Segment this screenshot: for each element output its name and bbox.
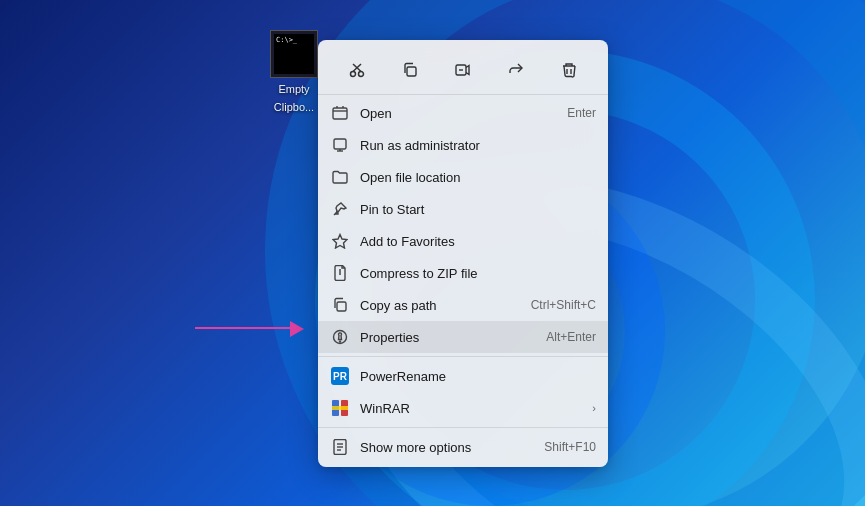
- copy-icon: [402, 62, 418, 78]
- annotation-arrow: [195, 315, 315, 345]
- svg-point-0: [350, 72, 355, 77]
- menu-item-pin-to-start[interactable]: Pin to Start: [318, 193, 608, 225]
- svg-text:PR: PR: [333, 371, 348, 382]
- open-shortcut: Enter: [567, 106, 596, 120]
- delete-icon: [561, 62, 577, 78]
- folder-icon: [330, 167, 350, 187]
- desktop-icon-image: C:\>_: [270, 30, 318, 78]
- desktop-icon-label: Empty: [278, 82, 309, 96]
- svg-point-16: [340, 341, 341, 342]
- svg-marker-10: [333, 235, 347, 249]
- show-more-options-shortcut: Shift+F10: [544, 440, 596, 454]
- pin-icon: [330, 199, 350, 219]
- menu-item-open-file-location[interactable]: Open file location: [318, 161, 608, 193]
- show-more-options-label: Show more options: [360, 440, 536, 455]
- share-icon: [508, 62, 524, 78]
- desktop-icon-label2: Clipbo...: [274, 100, 314, 114]
- menu-item-show-more-options[interactable]: Show more options Shift+F10: [318, 431, 608, 463]
- context-menu: Open Enter Run as administrator Open fil…: [318, 40, 608, 467]
- more-options-icon: [330, 437, 350, 457]
- menu-item-open[interactable]: Open Enter: [318, 97, 608, 129]
- menu-item-winrar[interactable]: WinRAR ›: [318, 392, 608, 424]
- properties-label: Properties: [360, 330, 538, 345]
- menu-item-copy-as-path[interactable]: Copy as path Ctrl+Shift+C: [318, 289, 608, 321]
- svg-rect-22: [332, 406, 348, 410]
- context-menu-toolbar: [318, 44, 608, 95]
- add-to-favorites-label: Add to Favorites: [360, 234, 596, 249]
- open-icon: [330, 103, 350, 123]
- powerrename-icon: PR: [330, 366, 350, 386]
- svg-rect-8: [334, 139, 346, 149]
- toolbar-copy-button[interactable]: [392, 52, 428, 88]
- menu-divider-2: [318, 427, 608, 428]
- toolbar-rename-button[interactable]: [445, 52, 481, 88]
- admin-icon: [330, 135, 350, 155]
- compress-zip-label: Compress to ZIP file: [360, 266, 596, 281]
- menu-item-compress-zip[interactable]: Compress to ZIP file: [318, 257, 608, 289]
- svg-rect-7: [333, 108, 347, 119]
- svg-rect-4: [407, 67, 416, 76]
- menu-divider-1: [318, 356, 608, 357]
- star-icon: [330, 231, 350, 251]
- svg-rect-14: [337, 302, 346, 311]
- open-label: Open: [360, 106, 559, 121]
- menu-item-properties[interactable]: Properties Alt+Enter: [318, 321, 608, 353]
- menu-item-run-as-admin[interactable]: Run as administrator: [318, 129, 608, 161]
- properties-icon: [330, 327, 350, 347]
- power-rename-label: PowerRename: [360, 369, 596, 384]
- pin-to-start-label: Pin to Start: [360, 202, 596, 217]
- zip-icon: [330, 263, 350, 283]
- cut-icon: [349, 62, 365, 78]
- copy-as-path-label: Copy as path: [360, 298, 523, 313]
- copy-path-icon: [330, 295, 350, 315]
- run-as-admin-label: Run as administrator: [360, 138, 596, 153]
- open-file-location-label: Open file location: [360, 170, 596, 185]
- menu-item-power-rename[interactable]: PR PowerRename: [318, 360, 608, 392]
- copy-as-path-shortcut: Ctrl+Shift+C: [531, 298, 596, 312]
- svg-point-1: [358, 72, 363, 77]
- winrar-submenu-arrow: ›: [592, 402, 596, 414]
- toolbar-delete-button[interactable]: [551, 52, 587, 88]
- toolbar-share-button[interactable]: [498, 52, 534, 88]
- rename-icon: [455, 62, 471, 78]
- winrar-label: WinRAR: [360, 401, 588, 416]
- properties-shortcut: Alt+Enter: [546, 330, 596, 344]
- menu-item-add-to-favorites[interactable]: Add to Favorites: [318, 225, 608, 257]
- toolbar-cut-button[interactable]: [339, 52, 375, 88]
- winrar-icon: [330, 398, 350, 418]
